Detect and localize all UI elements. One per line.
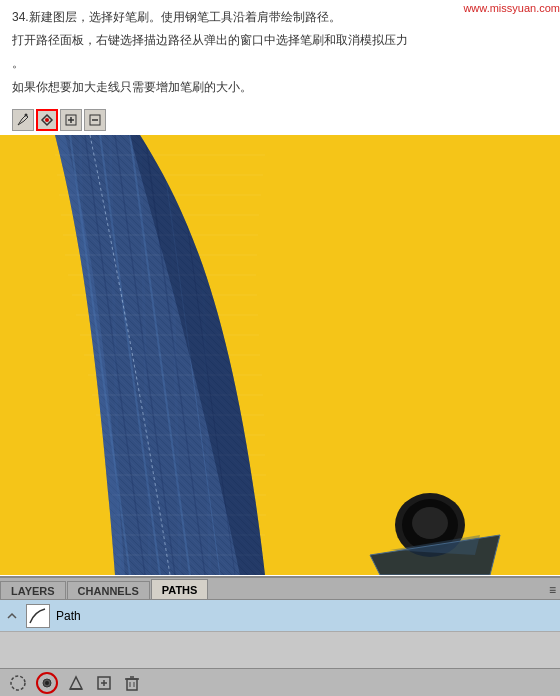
tutorial-text-area: www.missyuan.com 34.新建图层，选择好笔刷。使用钢笔工具沿着肩… bbox=[0, 0, 560, 105]
text-content-2: 打开路径面板，右键选择描边路径从弹出的窗口中选择笔刷和取消模拟压力 bbox=[12, 33, 408, 47]
layer-name-label: Path bbox=[56, 609, 556, 623]
svg-point-0 bbox=[25, 113, 28, 116]
svg-point-1 bbox=[45, 118, 49, 122]
canvas-area bbox=[0, 135, 560, 575]
svg-point-52 bbox=[45, 681, 49, 685]
svg-point-47 bbox=[412, 507, 448, 539]
pen-tool-icon[interactable] bbox=[12, 109, 34, 131]
convert-anchor-icon[interactable] bbox=[36, 109, 58, 131]
text-line-3: 。 bbox=[12, 54, 548, 73]
delete-anchor-icon[interactable] bbox=[84, 109, 106, 131]
table-row[interactable]: Path bbox=[0, 600, 560, 632]
text-content-1: 34.新建图层，选择好笔刷。使用钢笔工具沿着肩带绘制路径。 bbox=[12, 10, 341, 24]
text-line-2: 打开路径面板，右键选择描边路径从弹出的窗口中选择笔刷和取消模拟压力 bbox=[12, 31, 548, 50]
text-content-4: 如果你想要加大走线只需要增加笔刷的大小。 bbox=[12, 80, 252, 94]
make-work-path-icon[interactable] bbox=[36, 672, 58, 694]
layers-panel: LAYERS CHANNELS PATHS ≡ Path bbox=[0, 576, 560, 696]
panel-menu-button[interactable]: ≡ bbox=[549, 583, 556, 599]
tab-layers[interactable]: LAYERS bbox=[0, 581, 66, 599]
path-thumbnail bbox=[26, 604, 50, 628]
layer-visibility-icon[interactable] bbox=[4, 608, 20, 624]
denim-strap-svg bbox=[0, 135, 560, 575]
text-content-3: 。 bbox=[12, 56, 24, 70]
load-as-selection-icon[interactable] bbox=[8, 673, 28, 693]
create-new-path-icon[interactable] bbox=[94, 673, 114, 693]
mini-toolbar bbox=[0, 105, 560, 135]
text-line-4: 如果你想要加大走线只需要增加笔刷的大小。 bbox=[12, 78, 548, 97]
tab-channels[interactable]: CHANNELS bbox=[67, 581, 150, 599]
add-anchor-icon[interactable] bbox=[60, 109, 82, 131]
svg-rect-57 bbox=[127, 679, 137, 690]
panel-bottom-toolbar bbox=[0, 668, 560, 696]
panel-tabs: LAYERS CHANNELS PATHS ≡ bbox=[0, 578, 560, 600]
panel-content: Path bbox=[0, 600, 560, 632]
watermark: www.missyuan.com bbox=[463, 0, 560, 18]
delete-path-icon[interactable] bbox=[122, 673, 142, 693]
svg-point-50 bbox=[11, 676, 25, 690]
tab-paths[interactable]: PATHS bbox=[151, 579, 209, 599]
fill-path-icon[interactable] bbox=[66, 673, 86, 693]
